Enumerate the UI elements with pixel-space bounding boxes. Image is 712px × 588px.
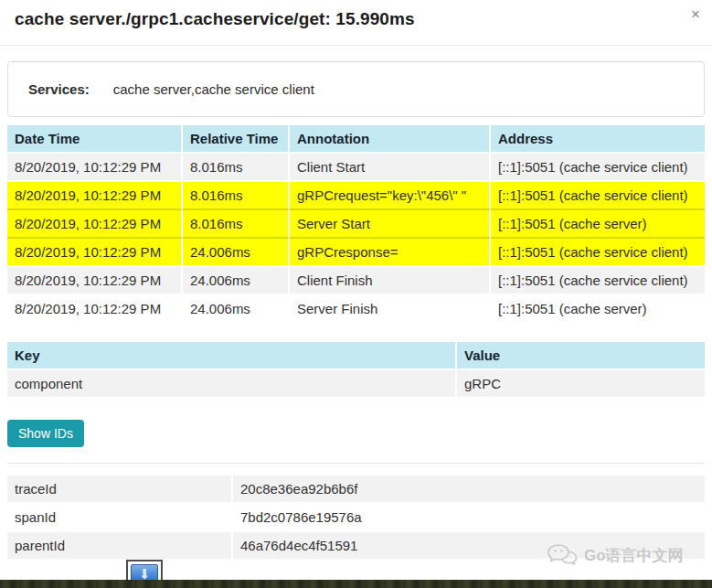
- table-row: spanId 7bd2c0786e19576a: [7, 504, 705, 532]
- table-row-highlighted: 8/20/2019, 10:12:29 PM 24.006ms gRPCresp…: [7, 239, 705, 267]
- cell-annotation: gRPCresponse=: [290, 239, 491, 267]
- cell-id-value: 7bd2c0786e19576a: [233, 504, 705, 532]
- cell-annotation: Client Finish: [290, 267, 491, 295]
- cell-date-time: 8/20/2019, 10:12:29 PM: [7, 154, 183, 182]
- cell-annotation: Server Finish: [290, 295, 491, 324]
- cell-relative-time: 24.006ms: [183, 295, 290, 324]
- cell-date-time: 8/20/2019, 10:12:29 PM: [7, 239, 183, 267]
- cell-relative-time: 8.016ms: [183, 210, 290, 239]
- cell-date-time: 8/20/2019, 10:12:29 PM: [7, 210, 183, 239]
- cell-address: [::1]:5051 (cache service client): [491, 239, 705, 267]
- span-title: cache server./grpc1.cacheservice/get: 15…: [15, 9, 697, 29]
- cell-annotation: Client Start: [290, 154, 491, 182]
- col-annotation: Annotation: [290, 125, 491, 154]
- cell-annotation: gRPCrequest="key:\"456\" ": [290, 182, 491, 210]
- tags-table: Key Value component gRPC: [7, 342, 705, 399]
- close-icon[interactable]: ×: [691, 5, 700, 24]
- show-ids-button[interactable]: Show IDs: [7, 420, 84, 447]
- cell-value: gRPC: [457, 370, 705, 399]
- annotations-header-row: Date Time Relative Time Annotation Addre…: [7, 125, 705, 154]
- cell-address: [::1]:5051 (cache server): [491, 210, 705, 239]
- table-row: 8/20/2019, 10:12:29 PM 8.016ms Client St…: [7, 154, 705, 182]
- cell-id-value: 46a76d4ec4f51591: [233, 532, 705, 561]
- cell-id-label: traceId: [7, 476, 233, 504]
- cell-address: [::1]:5051 (cache service client): [491, 182, 705, 210]
- table-row: parentId 46a76d4ec4f51591: [7, 532, 705, 561]
- ids-table: traceId 20c8e36ea92b6b6f spanId 7bd2c078…: [7, 476, 705, 561]
- cell-relative-time: 24.006ms: [183, 239, 290, 267]
- cell-date-time: 8/20/2019, 10:12:29 PM: [7, 295, 183, 324]
- cell-annotation: Server Start: [290, 210, 491, 239]
- modal-header: cache server./grpc1.cacheservice/get: 15…: [0, 0, 712, 46]
- col-key: Key: [7, 342, 457, 370]
- cell-key: component: [7, 370, 457, 399]
- col-relative-time: Relative Time: [183, 125, 290, 154]
- table-row: 8/20/2019, 10:12:29 PM 24.006ms Server F…: [7, 295, 705, 324]
- annotations-table: Date Time Relative Time Annotation Addre…: [7, 125, 705, 324]
- cell-relative-time: 8.016ms: [183, 154, 290, 182]
- cell-date-time: 8/20/2019, 10:12:29 PM: [7, 182, 183, 210]
- section-divider: [7, 463, 705, 464]
- desktop-background-strip: [0, 580, 712, 588]
- table-row: component gRPC: [7, 370, 705, 399]
- cell-relative-time: 8.016ms: [183, 182, 290, 210]
- table-row-highlighted: 8/20/2019, 10:12:29 PM 8.016ms Server St…: [7, 210, 705, 239]
- col-address: Address: [491, 125, 705, 154]
- col-value: Value: [457, 342, 705, 370]
- cell-address: [::1]:5051 (cache service client): [491, 267, 705, 295]
- cell-id-label: spanId: [7, 504, 233, 532]
- cell-relative-time: 24.006ms: [183, 267, 290, 295]
- services-value: cache server,cache service client: [113, 81, 314, 97]
- services-label: Services:: [28, 81, 90, 97]
- cell-address: [::1]:5051 (cache server): [491, 295, 705, 324]
- services-box: Services: cache server,cache service cli…: [7, 61, 705, 117]
- col-date-time: Date Time: [7, 125, 183, 154]
- tags-header-row: Key Value: [7, 342, 705, 370]
- table-row: 8/20/2019, 10:12:29 PM 24.006ms Client F…: [7, 267, 705, 295]
- cell-id-label: parentId: [7, 532, 233, 561]
- cell-address: [::1]:5051 (cache service client): [491, 154, 705, 182]
- table-row-highlighted: 8/20/2019, 10:12:29 PM 8.016ms gRPCreque…: [7, 182, 705, 210]
- cell-date-time: 8/20/2019, 10:12:29 PM: [7, 267, 183, 295]
- cell-id-value: 20c8e36ea92b6b6f: [233, 476, 705, 504]
- table-row: traceId 20c8e36ea92b6b6f: [7, 476, 705, 504]
- modal-body: Services: cache server,cache service cli…: [0, 61, 712, 561]
